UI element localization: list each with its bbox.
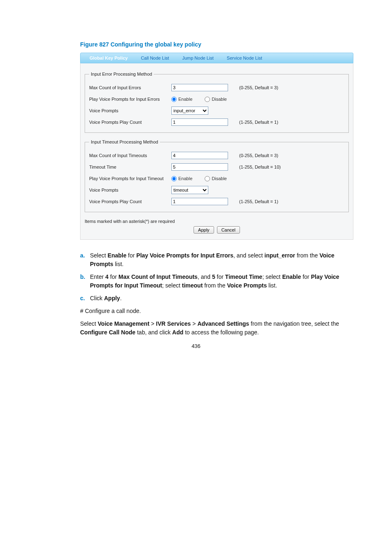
tab-call-node-list[interactable]: Call Node List bbox=[134, 54, 175, 62]
label-play-count-errors: Voice Prompts Play Count bbox=[89, 120, 171, 125]
instruction-a-body: Select Enable for Play Voice Prompts for… bbox=[90, 251, 353, 269]
select-voice-prompts-timeout[interactable]: timeout bbox=[171, 186, 208, 194]
tab-jump-node-list[interactable]: Jump Node List bbox=[175, 54, 220, 62]
instruction-b: b. Enter 4 for Max Count of Input Timeou… bbox=[80, 273, 353, 290]
instruction-c-body: Click Apply. bbox=[90, 294, 353, 303]
input-play-count-timeout[interactable] bbox=[171, 198, 228, 205]
radio-enable-timeout-input[interactable] bbox=[171, 176, 177, 181]
radio-enable-timeout[interactable]: Enable bbox=[171, 176, 192, 181]
row-play-count-timeout: Voice Prompts Play Count (1-255, Default… bbox=[89, 197, 344, 206]
radio-disable-errors[interactable]: Disable bbox=[205, 97, 227, 102]
input-timeout-legend: Input Timeout Processing Method bbox=[89, 139, 160, 144]
radio-disable-errors-input[interactable] bbox=[205, 97, 210, 102]
row-play-prompts-timeout: Play Voice Prompts for Input Timeout Ena… bbox=[89, 174, 344, 183]
instruction-c-letter: c. bbox=[80, 294, 90, 303]
config-panel: Global Key Policy Call Node List Jump No… bbox=[80, 53, 353, 240]
paragraph-navigation: Select Voice Management > IVR Services >… bbox=[80, 320, 353, 337]
label-play-prompts-timeout: Play Voice Prompts for Input Timeout bbox=[89, 176, 171, 181]
apply-button[interactable]: Apply bbox=[194, 226, 214, 234]
label-play-prompts-errors: Play Voice Prompts for Input Errors bbox=[89, 97, 171, 102]
radio-disable-timeout-label: Disable bbox=[212, 176, 227, 181]
tab-row: Global Key Policy Call Node List Jump No… bbox=[80, 53, 353, 63]
row-voice-prompts-errors: Voice Prompts input_error bbox=[89, 106, 344, 115]
label-voice-prompts-timeout: Voice Prompts bbox=[89, 188, 171, 192]
instruction-b-letter: b. bbox=[80, 273, 90, 290]
label-max-input-errors: Max Count of Input Errors bbox=[89, 85, 171, 90]
label-max-input-timeouts: Max Count of Input Timeouts bbox=[89, 153, 171, 158]
row-voice-prompts-timeout: Voice Prompts timeout bbox=[89, 185, 344, 195]
row-max-input-errors: Max Count of Input Errors (0-255, Defaul… bbox=[89, 83, 344, 92]
hint-max-input-errors: (0-255, Default = 3) bbox=[235, 85, 278, 90]
form-body: Input Error Processing Method Max Count … bbox=[80, 63, 353, 240]
instruction-b-body: Enter 4 for Max Count of Input Timeouts,… bbox=[90, 273, 353, 290]
cancel-button[interactable]: Cancel bbox=[217, 226, 240, 234]
input-max-input-errors[interactable] bbox=[171, 84, 228, 91]
tab-global-key-policy[interactable]: Global Key Policy bbox=[83, 54, 134, 62]
button-row: Apply Cancel bbox=[85, 226, 349, 234]
figure-title: Figure 827 Configuring the global key po… bbox=[80, 41, 353, 48]
input-max-input-timeouts[interactable] bbox=[171, 152, 228, 159]
hint-play-count-timeout: (1-255, Default = 1) bbox=[235, 199, 278, 204]
input-error-legend: Input Error Processing Method bbox=[89, 72, 154, 76]
radio-disable-errors-label: Disable bbox=[212, 97, 227, 102]
label-play-count-timeout: Voice Prompts Play Count bbox=[89, 199, 171, 204]
instruction-list: a. Select Enable for Play Voice Prompts … bbox=[80, 251, 353, 337]
label-voice-prompts-errors: Voice Prompts bbox=[89, 108, 171, 113]
page-number: 436 bbox=[0, 343, 392, 349]
radio-enable-timeout-label: Enable bbox=[178, 176, 192, 181]
radio-enable-errors-input[interactable] bbox=[171, 97, 177, 102]
paragraph-configure-call-node: # Configure a call node. bbox=[80, 307, 353, 315]
radio-enable-errors[interactable]: Enable bbox=[171, 97, 192, 102]
row-max-input-timeouts: Max Count of Input Timeouts (0-255, Defa… bbox=[89, 151, 344, 160]
radio-disable-timeout[interactable]: Disable bbox=[205, 176, 227, 181]
label-timeout-time: Timeout Time bbox=[89, 165, 171, 169]
input-play-count-errors[interactable] bbox=[171, 118, 228, 126]
instruction-a-letter: a. bbox=[80, 251, 90, 269]
radio-disable-timeout-input[interactable] bbox=[205, 176, 210, 181]
instruction-c: c. Click Apply. bbox=[80, 294, 353, 303]
row-play-count-errors: Voice Prompts Play Count (1-255, Default… bbox=[89, 118, 344, 127]
input-error-fieldset: Input Error Processing Method Max Count … bbox=[85, 72, 349, 133]
hint-timeout-time: (1-255, Default = 10) bbox=[235, 165, 281, 169]
row-play-prompts-errors: Play Voice Prompts for Input Errors Enab… bbox=[89, 95, 344, 104]
select-voice-prompts-errors[interactable]: input_error bbox=[171, 107, 208, 115]
footer-note: Items marked with an asterisk(*) are req… bbox=[85, 219, 349, 224]
input-timeout-time[interactable] bbox=[171, 163, 228, 171]
tab-service-node-list[interactable]: Service Node List bbox=[220, 54, 269, 62]
hint-play-count-errors: (1-255, Default = 1) bbox=[235, 120, 278, 125]
instruction-a: a. Select Enable for Play Voice Prompts … bbox=[80, 251, 353, 269]
hint-max-input-timeouts: (0-255, Default = 3) bbox=[235, 153, 278, 158]
input-timeout-fieldset: Input Timeout Processing Method Max Coun… bbox=[85, 139, 349, 212]
radio-enable-errors-label: Enable bbox=[178, 97, 192, 102]
row-timeout-time: Timeout Time (1-255, Default = 10) bbox=[89, 162, 344, 171]
